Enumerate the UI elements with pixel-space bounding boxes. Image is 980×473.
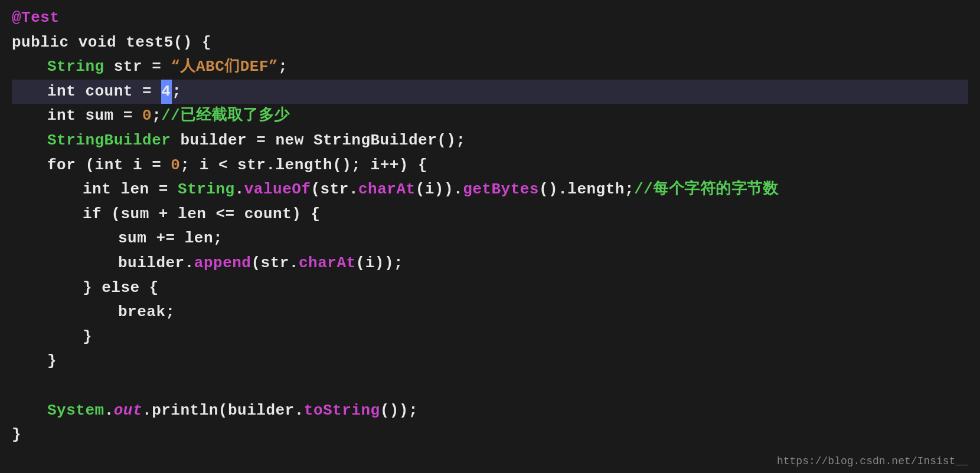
code-editor: @Test public void test5() { String str =… <box>0 0 980 473</box>
watermark-text: https://blog.csdn.net/Insist__ <box>777 455 968 467</box>
line-count-decl: int count = 4 ; <box>12 80 968 104</box>
line-close-method: } <box>12 423 968 448</box>
line-for-loop: for ( int i = 0 ; i < str. length (); i+… <box>12 153 968 178</box>
line-builder-decl: StringBuilder builder = new StringBuilde… <box>12 129 968 153</box>
line-println: System . out .println(builder. toString … <box>12 399 968 423</box>
line-sum-decl: int sum = 0 ; //已经截取了多少 <box>12 104 968 129</box>
line-builder-append: builder. append (str. charAt (i)); <box>12 251 968 276</box>
line-method-decl: public void test5() { <box>12 31 968 55</box>
line-else: } else { <box>12 276 968 301</box>
line-sum-increment: sum += len; <box>12 226 968 251</box>
line-close-if: } <box>12 325 968 350</box>
cursor: 4 <box>161 80 172 104</box>
line-empty <box>12 374 968 399</box>
line-len-decl: int len = String . valueOf (str. charAt … <box>12 178 968 202</box>
line-close-for: } <box>12 349 968 374</box>
annotation-text: @Test <box>12 6 60 31</box>
line-annotation: @Test <box>12 6 968 31</box>
line-if-stmt: if (sum + len <= count) { <box>12 202 968 227</box>
line-string-decl: String str = “人ABC们DEF” ; <box>12 55 968 80</box>
line-break: break ; <box>12 300 968 325</box>
